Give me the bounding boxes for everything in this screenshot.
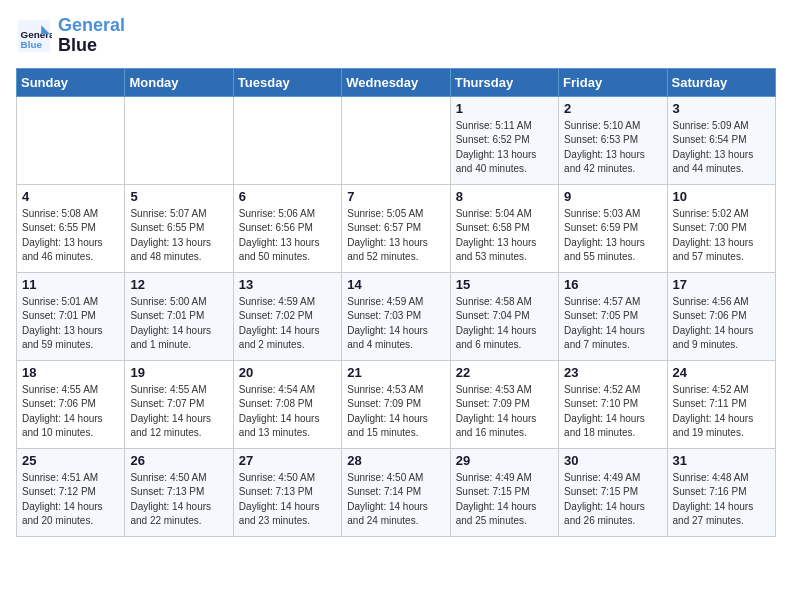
day-info: Sunrise: 4:50 AM Sunset: 7:14 PM Dayligh… — [347, 471, 444, 529]
day-cell: 7Sunrise: 5:05 AM Sunset: 6:57 PM Daylig… — [342, 184, 450, 272]
day-info: Sunrise: 5:01 AM Sunset: 7:01 PM Dayligh… — [22, 295, 119, 353]
day-number: 5 — [130, 189, 227, 204]
day-number: 25 — [22, 453, 119, 468]
day-info: Sunrise: 5:10 AM Sunset: 6:53 PM Dayligh… — [564, 119, 661, 177]
day-info: Sunrise: 4:57 AM Sunset: 7:05 PM Dayligh… — [564, 295, 661, 353]
day-info: Sunrise: 5:09 AM Sunset: 6:54 PM Dayligh… — [673, 119, 770, 177]
day-cell: 5Sunrise: 5:07 AM Sunset: 6:55 PM Daylig… — [125, 184, 233, 272]
day-header-sunday: Sunday — [17, 68, 125, 96]
day-cell: 10Sunrise: 5:02 AM Sunset: 7:00 PM Dayli… — [667, 184, 775, 272]
day-info: Sunrise: 4:56 AM Sunset: 7:06 PM Dayligh… — [673, 295, 770, 353]
day-number: 21 — [347, 365, 444, 380]
week-row-3: 11Sunrise: 5:01 AM Sunset: 7:01 PM Dayli… — [17, 272, 776, 360]
day-header-thursday: Thursday — [450, 68, 558, 96]
day-cell — [233, 96, 341, 184]
day-cell: 16Sunrise: 4:57 AM Sunset: 7:05 PM Dayli… — [559, 272, 667, 360]
day-number: 4 — [22, 189, 119, 204]
day-number: 19 — [130, 365, 227, 380]
day-cell: 29Sunrise: 4:49 AM Sunset: 7:15 PM Dayli… — [450, 448, 558, 536]
day-cell: 3Sunrise: 5:09 AM Sunset: 6:54 PM Daylig… — [667, 96, 775, 184]
day-info: Sunrise: 4:51 AM Sunset: 7:12 PM Dayligh… — [22, 471, 119, 529]
day-number: 12 — [130, 277, 227, 292]
day-info: Sunrise: 4:58 AM Sunset: 7:04 PM Dayligh… — [456, 295, 553, 353]
logo-icon: General Blue — [16, 18, 52, 54]
day-number: 18 — [22, 365, 119, 380]
day-info: Sunrise: 5:02 AM Sunset: 7:00 PM Dayligh… — [673, 207, 770, 265]
day-number: 1 — [456, 101, 553, 116]
day-info: Sunrise: 4:53 AM Sunset: 7:09 PM Dayligh… — [456, 383, 553, 441]
day-cell: 14Sunrise: 4:59 AM Sunset: 7:03 PM Dayli… — [342, 272, 450, 360]
logo: General Blue GeneralBlue — [16, 16, 125, 56]
day-number: 2 — [564, 101, 661, 116]
day-cell — [17, 96, 125, 184]
page-header: General Blue GeneralBlue — [16, 16, 776, 56]
day-header-friday: Friday — [559, 68, 667, 96]
day-cell: 2Sunrise: 5:10 AM Sunset: 6:53 PM Daylig… — [559, 96, 667, 184]
day-number: 30 — [564, 453, 661, 468]
day-info: Sunrise: 4:55 AM Sunset: 7:06 PM Dayligh… — [22, 383, 119, 441]
logo-text: GeneralBlue — [58, 16, 125, 56]
day-number: 22 — [456, 365, 553, 380]
day-number: 6 — [239, 189, 336, 204]
week-row-1: 1Sunrise: 5:11 AM Sunset: 6:52 PM Daylig… — [17, 96, 776, 184]
day-info: Sunrise: 4:59 AM Sunset: 7:03 PM Dayligh… — [347, 295, 444, 353]
day-info: Sunrise: 5:00 AM Sunset: 7:01 PM Dayligh… — [130, 295, 227, 353]
calendar-table: SundayMondayTuesdayWednesdayThursdayFrid… — [16, 68, 776, 537]
day-cell: 22Sunrise: 4:53 AM Sunset: 7:09 PM Dayli… — [450, 360, 558, 448]
svg-text:Blue: Blue — [21, 38, 43, 49]
week-row-5: 25Sunrise: 4:51 AM Sunset: 7:12 PM Dayli… — [17, 448, 776, 536]
day-info: Sunrise: 5:06 AM Sunset: 6:56 PM Dayligh… — [239, 207, 336, 265]
week-row-4: 18Sunrise: 4:55 AM Sunset: 7:06 PM Dayli… — [17, 360, 776, 448]
day-header-tuesday: Tuesday — [233, 68, 341, 96]
day-info: Sunrise: 5:07 AM Sunset: 6:55 PM Dayligh… — [130, 207, 227, 265]
day-info: Sunrise: 4:52 AM Sunset: 7:11 PM Dayligh… — [673, 383, 770, 441]
day-info: Sunrise: 4:59 AM Sunset: 7:02 PM Dayligh… — [239, 295, 336, 353]
day-number: 3 — [673, 101, 770, 116]
day-cell: 19Sunrise: 4:55 AM Sunset: 7:07 PM Dayli… — [125, 360, 233, 448]
day-cell: 18Sunrise: 4:55 AM Sunset: 7:06 PM Dayli… — [17, 360, 125, 448]
day-number: 9 — [564, 189, 661, 204]
day-cell — [342, 96, 450, 184]
day-info: Sunrise: 4:53 AM Sunset: 7:09 PM Dayligh… — [347, 383, 444, 441]
day-cell: 28Sunrise: 4:50 AM Sunset: 7:14 PM Dayli… — [342, 448, 450, 536]
day-cell: 23Sunrise: 4:52 AM Sunset: 7:10 PM Dayli… — [559, 360, 667, 448]
day-info: Sunrise: 4:50 AM Sunset: 7:13 PM Dayligh… — [239, 471, 336, 529]
day-number: 28 — [347, 453, 444, 468]
day-cell: 31Sunrise: 4:48 AM Sunset: 7:16 PM Dayli… — [667, 448, 775, 536]
day-info: Sunrise: 4:48 AM Sunset: 7:16 PM Dayligh… — [673, 471, 770, 529]
day-cell: 13Sunrise: 4:59 AM Sunset: 7:02 PM Dayli… — [233, 272, 341, 360]
day-cell: 27Sunrise: 4:50 AM Sunset: 7:13 PM Dayli… — [233, 448, 341, 536]
day-info: Sunrise: 5:03 AM Sunset: 6:59 PM Dayligh… — [564, 207, 661, 265]
day-cell: 1Sunrise: 5:11 AM Sunset: 6:52 PM Daylig… — [450, 96, 558, 184]
day-cell: 17Sunrise: 4:56 AM Sunset: 7:06 PM Dayli… — [667, 272, 775, 360]
day-cell: 21Sunrise: 4:53 AM Sunset: 7:09 PM Dayli… — [342, 360, 450, 448]
day-info: Sunrise: 5:05 AM Sunset: 6:57 PM Dayligh… — [347, 207, 444, 265]
day-cell: 9Sunrise: 5:03 AM Sunset: 6:59 PM Daylig… — [559, 184, 667, 272]
day-cell: 20Sunrise: 4:54 AM Sunset: 7:08 PM Dayli… — [233, 360, 341, 448]
day-number: 29 — [456, 453, 553, 468]
day-number: 27 — [239, 453, 336, 468]
day-info: Sunrise: 4:54 AM Sunset: 7:08 PM Dayligh… — [239, 383, 336, 441]
day-cell: 25Sunrise: 4:51 AM Sunset: 7:12 PM Dayli… — [17, 448, 125, 536]
day-info: Sunrise: 4:49 AM Sunset: 7:15 PM Dayligh… — [564, 471, 661, 529]
day-cell: 6Sunrise: 5:06 AM Sunset: 6:56 PM Daylig… — [233, 184, 341, 272]
day-number: 11 — [22, 277, 119, 292]
day-number: 26 — [130, 453, 227, 468]
day-number: 16 — [564, 277, 661, 292]
day-cell: 4Sunrise: 5:08 AM Sunset: 6:55 PM Daylig… — [17, 184, 125, 272]
day-info: Sunrise: 4:55 AM Sunset: 7:07 PM Dayligh… — [130, 383, 227, 441]
day-header-saturday: Saturday — [667, 68, 775, 96]
day-number: 23 — [564, 365, 661, 380]
day-cell: 26Sunrise: 4:50 AM Sunset: 7:13 PM Dayli… — [125, 448, 233, 536]
day-header-monday: Monday — [125, 68, 233, 96]
day-cell: 24Sunrise: 4:52 AM Sunset: 7:11 PM Dayli… — [667, 360, 775, 448]
header-row: SundayMondayTuesdayWednesdayThursdayFrid… — [17, 68, 776, 96]
day-cell: 30Sunrise: 4:49 AM Sunset: 7:15 PM Dayli… — [559, 448, 667, 536]
day-header-wednesday: Wednesday — [342, 68, 450, 96]
day-number: 14 — [347, 277, 444, 292]
day-number: 31 — [673, 453, 770, 468]
day-cell — [125, 96, 233, 184]
day-number: 17 — [673, 277, 770, 292]
day-info: Sunrise: 4:50 AM Sunset: 7:13 PM Dayligh… — [130, 471, 227, 529]
day-info: Sunrise: 4:49 AM Sunset: 7:15 PM Dayligh… — [456, 471, 553, 529]
